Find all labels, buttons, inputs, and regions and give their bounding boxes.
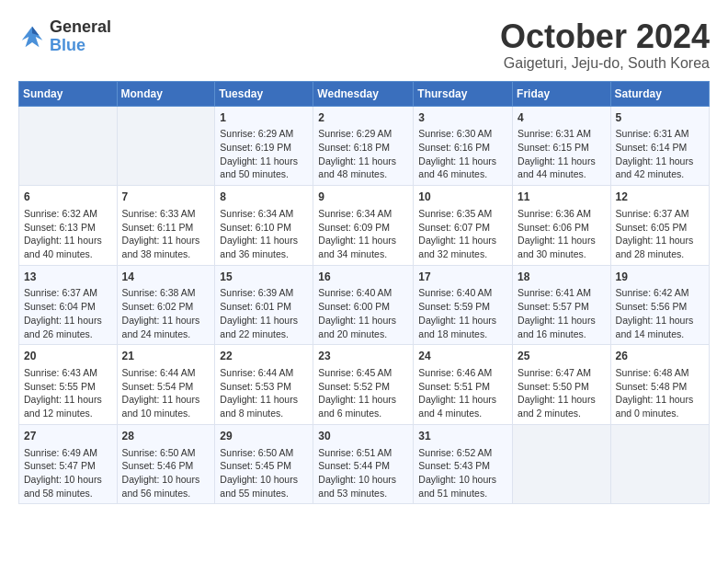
day-cell: 3Sunrise: 6:30 AMSunset: 6:16 PMDaylight… <box>414 106 513 186</box>
day-info: Sunrise: 6:47 AM <box>518 366 606 380</box>
day-cell: 6Sunrise: 6:32 AMSunset: 6:13 PMDaylight… <box>19 186 118 266</box>
day-number: 30 <box>318 429 408 444</box>
day-number: 26 <box>616 349 704 364</box>
day-info: Daylight: 11 hours <box>122 393 210 407</box>
day-info: Sunset: 6:02 PM <box>122 300 210 314</box>
weekday-header-row: SundayMondayTuesdayWednesdayThursdayFrid… <box>19 81 710 106</box>
day-info: Sunrise: 6:46 AM <box>418 366 507 380</box>
day-info: Sunset: 6:00 PM <box>318 300 408 314</box>
day-number: 7 <box>122 190 210 205</box>
location: Gaigeturi, Jeju-do, South Korea <box>500 55 710 72</box>
week-row-1: 6Sunrise: 6:32 AMSunset: 6:13 PMDaylight… <box>19 186 710 266</box>
day-info: Sunset: 6:06 PM <box>518 221 606 235</box>
day-info: and 34 minutes. <box>318 247 408 261</box>
day-cell: 21Sunrise: 6:44 AMSunset: 5:54 PMDayligh… <box>117 345 215 425</box>
day-info: Daylight: 11 hours <box>318 155 408 168</box>
day-cell <box>610 424 709 504</box>
day-cell: 9Sunrise: 6:34 AMSunset: 6:09 PMDaylight… <box>313 186 414 266</box>
day-info: Daylight: 11 hours <box>220 393 308 407</box>
day-cell: 20Sunrise: 6:43 AMSunset: 5:55 PMDayligh… <box>19 345 118 425</box>
day-info: Sunrise: 6:31 AM <box>518 127 606 141</box>
weekday-header-sunday: Sunday <box>19 81 118 106</box>
day-info: and 14 minutes. <box>616 327 704 341</box>
day-info: Sunrise: 6:45 AM <box>318 366 408 380</box>
day-info: Daylight: 11 hours <box>318 314 408 327</box>
day-info: Sunrise: 6:50 AM <box>122 446 210 460</box>
weekday-header-friday: Friday <box>513 81 611 106</box>
day-info: Daylight: 11 hours <box>24 314 112 327</box>
day-info: Sunset: 6:19 PM <box>220 141 308 155</box>
day-info: Sunset: 5:55 PM <box>24 380 112 394</box>
day-cell: 12Sunrise: 6:37 AMSunset: 6:05 PMDayligh… <box>610 186 709 266</box>
day-info: Sunrise: 6:37 AM <box>616 207 704 221</box>
day-info: Daylight: 11 hours <box>616 155 704 168</box>
day-info: Daylight: 11 hours <box>616 234 704 247</box>
week-row-4: 27Sunrise: 6:49 AMSunset: 5:47 PMDayligh… <box>19 424 710 504</box>
logo-line1: General <box>50 18 111 37</box>
day-info: Sunrise: 6:44 AM <box>220 366 308 380</box>
day-info: Sunset: 5:52 PM <box>318 380 408 394</box>
day-info: Daylight: 11 hours <box>418 393 507 407</box>
page-header: General Blue October 2024 Gaigeturi, Jej… <box>18 18 710 72</box>
day-info: and 18 minutes. <box>418 327 507 341</box>
day-cell <box>19 106 118 186</box>
day-info: Sunset: 6:14 PM <box>616 141 704 155</box>
day-info: Sunset: 5:54 PM <box>122 380 210 394</box>
day-info: and 28 minutes. <box>616 247 704 261</box>
day-cell: 7Sunrise: 6:33 AMSunset: 6:11 PMDaylight… <box>117 186 215 266</box>
day-info: Sunrise: 6:43 AM <box>24 366 112 380</box>
day-info: Sunrise: 6:50 AM <box>220 446 308 460</box>
day-number: 9 <box>318 190 408 205</box>
day-cell: 17Sunrise: 6:40 AMSunset: 5:59 PMDayligh… <box>414 265 513 345</box>
day-info: Daylight: 11 hours <box>220 314 308 327</box>
day-info: Sunset: 6:09 PM <box>318 221 408 235</box>
day-info: Sunrise: 6:33 AM <box>122 207 210 221</box>
day-info: and 32 minutes. <box>418 247 507 261</box>
day-info: Daylight: 11 hours <box>518 393 606 407</box>
day-info: Sunset: 5:50 PM <box>518 380 606 394</box>
day-info: and 26 minutes. <box>24 327 112 341</box>
week-row-0: 1Sunrise: 6:29 AMSunset: 6:19 PMDaylight… <box>19 106 710 186</box>
day-cell: 18Sunrise: 6:41 AMSunset: 5:57 PMDayligh… <box>513 265 611 345</box>
day-info: Daylight: 11 hours <box>122 234 210 247</box>
logo-text: General Blue <box>50 18 111 55</box>
day-info: Daylight: 11 hours <box>318 234 408 247</box>
day-info: Daylight: 11 hours <box>518 314 606 327</box>
day-cell: 30Sunrise: 6:51 AMSunset: 5:44 PMDayligh… <box>313 424 414 504</box>
day-cell: 11Sunrise: 6:36 AMSunset: 6:06 PMDayligh… <box>513 186 611 266</box>
day-info: and 48 minutes. <box>318 167 408 181</box>
day-info: Sunset: 6:15 PM <box>518 141 606 155</box>
day-info: Sunset: 6:05 PM <box>616 221 704 235</box>
calendar-table: SundayMondayTuesdayWednesdayThursdayFrid… <box>18 81 710 505</box>
day-info: and 8 minutes. <box>220 407 308 420</box>
day-info: Daylight: 11 hours <box>220 155 308 168</box>
day-cell: 1Sunrise: 6:29 AMSunset: 6:19 PMDaylight… <box>215 106 313 186</box>
day-info: Sunset: 6:01 PM <box>220 300 308 314</box>
day-info: Sunset: 5:59 PM <box>418 300 507 314</box>
week-row-2: 13Sunrise: 6:37 AMSunset: 6:04 PMDayligh… <box>19 265 710 345</box>
day-cell: 14Sunrise: 6:38 AMSunset: 6:02 PMDayligh… <box>117 265 215 345</box>
day-info: Sunrise: 6:32 AM <box>24 207 112 221</box>
day-info: and 53 minutes. <box>318 487 408 500</box>
logo: General Blue <box>18 18 111 55</box>
day-cell: 22Sunrise: 6:44 AMSunset: 5:53 PMDayligh… <box>215 345 313 425</box>
day-info: Daylight: 11 hours <box>318 393 408 407</box>
day-number: 28 <box>122 429 210 444</box>
day-info: Sunset: 5:51 PM <box>418 380 507 394</box>
day-number: 24 <box>418 349 507 364</box>
day-info: Sunset: 5:48 PM <box>616 380 704 394</box>
day-cell: 19Sunrise: 6:42 AMSunset: 5:56 PMDayligh… <box>610 265 709 345</box>
day-info: and 56 minutes. <box>122 487 210 500</box>
day-number: 13 <box>24 270 112 285</box>
day-info: Daylight: 11 hours <box>616 314 704 327</box>
day-info: Sunset: 6:13 PM <box>24 221 112 235</box>
day-cell: 28Sunrise: 6:50 AMSunset: 5:46 PMDayligh… <box>117 424 215 504</box>
day-info: Sunset: 5:43 PM <box>418 459 507 473</box>
day-info: Sunset: 6:10 PM <box>220 221 308 235</box>
day-cell: 10Sunrise: 6:35 AMSunset: 6:07 PMDayligh… <box>414 186 513 266</box>
day-number: 19 <box>616 270 704 285</box>
day-info: Sunset: 5:46 PM <box>122 459 210 473</box>
day-info: Sunset: 5:57 PM <box>518 300 606 314</box>
day-number: 8 <box>220 190 308 205</box>
day-info: Sunset: 5:56 PM <box>616 300 704 314</box>
